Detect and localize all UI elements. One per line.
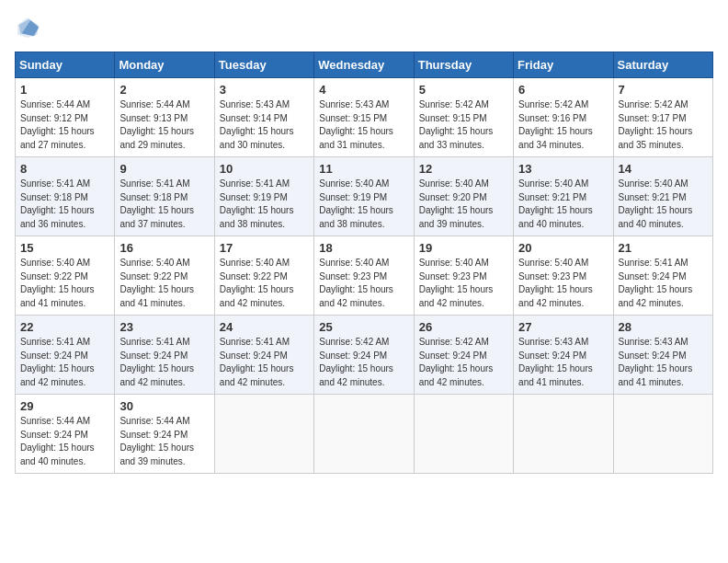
day-info: Sunrise: 5:40 AMSunset: 9:20 PMDaylight:… [419,178,508,231]
calendar-cell: 30Sunrise: 5:44 AMSunset: 9:24 PMDayligh… [115,395,214,474]
day-info: Sunrise: 5:40 AMSunset: 9:22 PMDaylight:… [220,257,309,310]
calendar-cell: 1Sunrise: 5:44 AMSunset: 9:12 PMDaylight… [16,78,115,157]
day-number: 2 [119,83,209,97]
day-info: Sunrise: 5:41 AMSunset: 9:24 PMDaylight:… [220,336,309,389]
week-row-2: 8Sunrise: 5:41 AMSunset: 9:18 PMDaylight… [16,157,713,236]
calendar-table: SundayMondayTuesdayWednesdayThursdayFrid… [15,52,713,474]
day-number: 6 [518,83,608,97]
day-info: Sunrise: 5:42 AMSunset: 9:16 PMDaylight:… [518,98,608,152]
day-number: 3 [220,83,309,97]
column-header-monday: Monday [115,52,214,78]
day-info: Sunrise: 5:40 AMSunset: 9:23 PMDaylight:… [419,257,508,310]
day-number: 18 [319,241,408,255]
calendar-cell: 3Sunrise: 5:43 AMSunset: 9:14 PMDaylight… [214,78,313,157]
day-info: Sunrise: 5:42 AMSunset: 9:24 PMDaylight:… [319,336,408,389]
calendar-cell [613,395,712,474]
day-info: Sunrise: 5:41 AMSunset: 9:24 PMDaylight:… [619,257,708,310]
calendar-cell: 11Sunrise: 5:40 AMSunset: 9:19 PMDayligh… [314,157,414,236]
calendar-cell: 28Sunrise: 5:43 AMSunset: 9:24 PMDayligh… [613,316,712,395]
day-number: 7 [619,83,708,97]
calendar-cell: 9Sunrise: 5:41 AMSunset: 9:18 PMDaylight… [115,157,214,236]
day-number: 8 [20,162,109,176]
day-number: 14 [619,162,708,176]
day-number: 15 [20,241,109,255]
calendar-cell: 5Sunrise: 5:42 AMSunset: 9:15 PMDaylight… [414,78,513,157]
calendar-cell: 20Sunrise: 5:40 AMSunset: 9:23 PMDayligh… [514,236,613,316]
calendar-cell: 25Sunrise: 5:42 AMSunset: 9:24 PMDayligh… [314,316,414,395]
calendar-cell: 23Sunrise: 5:41 AMSunset: 9:24 PMDayligh… [115,316,214,395]
day-info: Sunrise: 5:41 AMSunset: 9:24 PMDaylight:… [119,336,209,389]
day-info: Sunrise: 5:40 AMSunset: 9:21 PMDaylight:… [518,178,608,231]
day-info: Sunrise: 5:40 AMSunset: 9:23 PMDaylight:… [319,257,408,310]
header [15,15,713,40]
day-number: 5 [419,83,508,97]
calendar-cell: 21Sunrise: 5:41 AMSunset: 9:24 PMDayligh… [613,236,712,316]
day-info: Sunrise: 5:41 AMSunset: 9:18 PMDaylight:… [119,178,209,231]
week-row-3: 15Sunrise: 5:40 AMSunset: 9:22 PMDayligh… [16,236,713,316]
calendar-cell: 19Sunrise: 5:40 AMSunset: 9:23 PMDayligh… [414,236,513,316]
week-row-5: 29Sunrise: 5:44 AMSunset: 9:24 PMDayligh… [16,395,713,474]
logo-icon [15,15,40,40]
calendar-cell: 17Sunrise: 5:40 AMSunset: 9:22 PMDayligh… [214,236,313,316]
day-info: Sunrise: 5:43 AMSunset: 9:15 PMDaylight:… [319,98,408,152]
day-info: Sunrise: 5:40 AMSunset: 9:22 PMDaylight:… [20,257,109,310]
day-info: Sunrise: 5:40 AMSunset: 9:23 PMDaylight:… [518,257,608,310]
week-row-1: 1Sunrise: 5:44 AMSunset: 9:12 PMDaylight… [16,78,713,157]
day-number: 30 [119,399,209,413]
day-info: Sunrise: 5:40 AMSunset: 9:21 PMDaylight:… [619,178,708,231]
day-info: Sunrise: 5:40 AMSunset: 9:19 PMDaylight:… [319,178,408,231]
day-number: 12 [419,162,508,176]
calendar-cell: 15Sunrise: 5:40 AMSunset: 9:22 PMDayligh… [16,236,115,316]
calendar-cell: 16Sunrise: 5:40 AMSunset: 9:22 PMDayligh… [115,236,214,316]
column-header-thursday: Thursday [414,52,513,78]
calendar-cell: 10Sunrise: 5:41 AMSunset: 9:19 PMDayligh… [214,157,313,236]
calendar-cell [314,395,414,474]
day-number: 21 [619,241,708,255]
calendar-cell: 14Sunrise: 5:40 AMSunset: 9:21 PMDayligh… [613,157,712,236]
column-header-friday: Friday [514,52,613,78]
day-info: Sunrise: 5:43 AMSunset: 9:14 PMDaylight:… [220,98,309,152]
day-info: Sunrise: 5:44 AMSunset: 9:13 PMDaylight:… [119,98,209,152]
week-row-4: 22Sunrise: 5:41 AMSunset: 9:24 PMDayligh… [16,316,713,395]
calendar-cell: 12Sunrise: 5:40 AMSunset: 9:20 PMDayligh… [414,157,513,236]
day-number: 1 [20,83,109,97]
calendar-cell [514,395,613,474]
day-info: Sunrise: 5:42 AMSunset: 9:24 PMDaylight:… [419,336,508,389]
calendar-header-row: SundayMondayTuesdayWednesdayThursdayFrid… [16,52,713,78]
day-number: 13 [518,162,608,176]
calendar-cell: 26Sunrise: 5:42 AMSunset: 9:24 PMDayligh… [414,316,513,395]
day-number: 29 [20,399,109,413]
calendar-body: 1Sunrise: 5:44 AMSunset: 9:12 PMDaylight… [16,78,713,474]
day-number: 22 [20,320,109,334]
calendar-cell: 8Sunrise: 5:41 AMSunset: 9:18 PMDaylight… [16,157,115,236]
day-number: 11 [319,162,408,176]
day-number: 23 [119,320,209,334]
calendar-cell: 6Sunrise: 5:42 AMSunset: 9:16 PMDaylight… [514,78,613,157]
day-info: Sunrise: 5:44 AMSunset: 9:24 PMDaylight:… [20,415,109,468]
column-header-sunday: Sunday [16,52,115,78]
day-number: 28 [619,320,708,334]
column-header-tuesday: Tuesday [214,52,313,78]
day-info: Sunrise: 5:44 AMSunset: 9:24 PMDaylight:… [119,415,209,468]
day-info: Sunrise: 5:44 AMSunset: 9:12 PMDaylight:… [20,98,109,152]
day-info: Sunrise: 5:41 AMSunset: 9:18 PMDaylight:… [20,178,109,231]
calendar-cell: 2Sunrise: 5:44 AMSunset: 9:13 PMDaylight… [115,78,214,157]
day-info: Sunrise: 5:41 AMSunset: 9:19 PMDaylight:… [220,178,309,231]
calendar-cell [214,395,313,474]
logo [15,15,44,40]
day-info: Sunrise: 5:42 AMSunset: 9:15 PMDaylight:… [419,98,508,152]
calendar-cell [414,395,513,474]
calendar-cell: 18Sunrise: 5:40 AMSunset: 9:23 PMDayligh… [314,236,414,316]
day-number: 27 [518,320,608,334]
day-info: Sunrise: 5:41 AMSunset: 9:24 PMDaylight:… [20,336,109,389]
day-number: 17 [220,241,309,255]
day-info: Sunrise: 5:40 AMSunset: 9:22 PMDaylight:… [119,257,209,310]
day-number: 26 [419,320,508,334]
day-number: 25 [319,320,408,334]
calendar-cell: 4Sunrise: 5:43 AMSunset: 9:15 PMDaylight… [314,78,414,157]
day-number: 10 [220,162,309,176]
calendar-cell: 29Sunrise: 5:44 AMSunset: 9:24 PMDayligh… [16,395,115,474]
column-header-saturday: Saturday [613,52,712,78]
day-number: 19 [419,241,508,255]
calendar-cell: 22Sunrise: 5:41 AMSunset: 9:24 PMDayligh… [16,316,115,395]
